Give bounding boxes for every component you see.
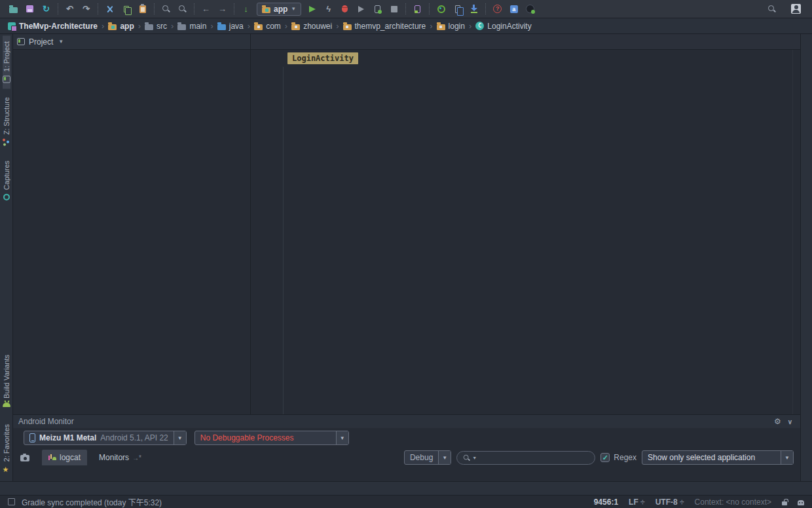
structure-icon: [3, 139, 10, 146]
tool-strip-tab-build-variants[interactable]: Build Variants: [3, 349, 10, 415]
bug-button[interactable]: [337, 1, 353, 17]
back-button[interactable]: [198, 1, 214, 17]
device-row: Meizu M1 Metal Android 5.1, API 22 ▼ No …: [13, 428, 800, 448]
paste-button[interactable]: [134, 1, 151, 17]
project-panel-title[interactable]: Project: [29, 37, 53, 47]
lock-icon[interactable]: [782, 501, 787, 505]
code-scroll: [251, 50, 792, 414]
breadcrumb-item-themvp_architecture[interactable]: themvp_architecture: [342, 22, 428, 31]
caret-position[interactable]: 9456:1: [594, 498, 618, 507]
regex-checkbox[interactable]: [600, 453, 610, 462]
tool-strip-tab-2-favorites[interactable]: 2: Favorites: [2, 418, 10, 480]
breadcrumb-item-main[interactable]: main: [176, 22, 208, 31]
breadcrumb-item-java[interactable]: java: [216, 22, 245, 31]
phone-icon: [29, 433, 35, 442]
project-panel-header: Project ▼: [13, 34, 250, 50]
editor-gutter[interactable]: [251, 67, 284, 414]
log-level-combo[interactable]: Debug ▼: [404, 450, 451, 465]
tab-monitors[interactable]: Monitors →*: [92, 450, 148, 465]
device-combo[interactable]: Meizu M1 Metal Android 5.1, API 22 ▼: [24, 431, 187, 445]
breadcrumb-item-src[interactable]: src: [143, 22, 168, 31]
stop-icon: [391, 6, 397, 12]
code-lines[interactable]: [284, 67, 792, 414]
code-area[interactable]: LoginActivity: [251, 50, 800, 414]
toolbar-icons: app▼: [5, 1, 538, 17]
toolbar-separator: [98, 3, 98, 14]
avatar-button[interactable]: [788, 1, 804, 17]
filter-combo[interactable]: Show only selected application ▼: [642, 450, 794, 465]
forward-icon: [218, 5, 227, 13]
sync-button[interactable]: [38, 1, 54, 17]
copy-button[interactable]: [118, 1, 134, 17]
stop-button[interactable]: [386, 1, 402, 17]
regex-option[interactable]: Regex: [600, 453, 637, 462]
file-encoding[interactable]: UTF-8: [655, 498, 684, 507]
gradle-button[interactable]: [433, 1, 449, 17]
redo-button[interactable]: [78, 1, 94, 17]
rundevice-button[interactable]: [369, 1, 386, 17]
open-icon: [9, 7, 18, 13]
breadcrumb-separator: ›: [336, 21, 339, 31]
save-button[interactable]: [22, 1, 38, 17]
chevron-down-icon[interactable]: ▼: [336, 431, 348, 444]
line-separator[interactable]: LF: [629, 498, 645, 507]
bug-icon: [342, 5, 348, 12]
record-icon: [526, 5, 534, 13]
hide-panel-icon[interactable]: [788, 417, 792, 426]
chevron-down-icon[interactable]: ▼: [438, 451, 451, 464]
run-config-combo[interactable]: app▼: [257, 3, 301, 16]
attach-icon: [415, 5, 420, 13]
module-icon: [262, 7, 270, 13]
profile-button[interactable]: [353, 1, 369, 17]
record-button[interactable]: [522, 1, 538, 17]
breadcrumb-item-TheMvp-Architecture[interactable]: TheMvp-Architecture: [7, 22, 99, 31]
chevron-down-icon[interactable]: ▼: [58, 39, 64, 45]
logcat-console[interactable]: [13, 467, 800, 481]
replace-button[interactable]: [174, 1, 191, 17]
avd-button[interactable]: [449, 1, 466, 17]
monitors-tab-label: Monitors: [99, 453, 129, 462]
run-button[interactable]: [304, 1, 320, 17]
breadcrumb-item-com[interactable]: com: [253, 22, 282, 31]
toolbar-separator: [154, 3, 155, 14]
tool-strip-tab-1-project[interactable]: 1: Project: [3, 35, 10, 88]
folder-gray-icon: [177, 24, 186, 30]
context-indicator[interactable]: Context: <no context>: [695, 498, 771, 507]
toolwindow-toggle-icon[interactable]: [8, 498, 15, 505]
search-button[interactable]: [158, 1, 174, 17]
android-monitor-title: Android Monitor: [18, 417, 74, 426]
translate-button[interactable]: [506, 1, 522, 17]
breadcrumb-item-login[interactable]: login: [435, 22, 466, 31]
tool-strip-tab-captures[interactable]: Captures: [3, 155, 10, 206]
forward-button[interactable]: [214, 1, 231, 17]
gear-icon[interactable]: [774, 417, 781, 426]
screenshot-icon[interactable]: [20, 455, 29, 461]
logcat-search-input[interactable]: [478, 453, 589, 462]
undo-button[interactable]: [62, 1, 78, 17]
device-name: Meizu M1 Metal: [39, 433, 96, 442]
logcat-search[interactable]: ▼: [456, 451, 595, 465]
tool-strip-tab-z-structure[interactable]: Z: Structure: [3, 91, 10, 151]
sdk-icon: [471, 5, 477, 13]
update-button[interactable]: [238, 1, 254, 17]
search-button[interactable]: [764, 1, 780, 17]
help-button[interactable]: [489, 1, 506, 17]
main-toolbar: app▼: [0, 0, 812, 18]
attach-button[interactable]: [409, 1, 426, 17]
tool-strip-label: Captures: [3, 161, 10, 190]
cut-button[interactable]: [101, 1, 118, 17]
hector-icon[interactable]: [798, 500, 804, 505]
save-icon: [26, 5, 33, 12]
tab-logcat[interactable]: logcat: [42, 450, 87, 465]
breadcrumb-item-app[interactable]: app: [107, 22, 135, 31]
breadcrumb-label: app: [120, 22, 134, 31]
bolt-button[interactable]: [320, 1, 337, 17]
error-stripe[interactable]: [792, 50, 800, 414]
process-combo[interactable]: No Debuggable Processes ▼: [194, 431, 349, 445]
breadcrumb-item-LoginActivity[interactable]: LoginActivity: [474, 22, 532, 31]
open-button[interactable]: [5, 1, 22, 17]
breadcrumb-item-zhouwei[interactable]: zhouwei: [290, 22, 333, 31]
chevron-down-icon[interactable]: ▼: [174, 431, 186, 444]
chevron-down-icon[interactable]: ▼: [781, 451, 793, 464]
sdk-button[interactable]: [466, 1, 482, 17]
